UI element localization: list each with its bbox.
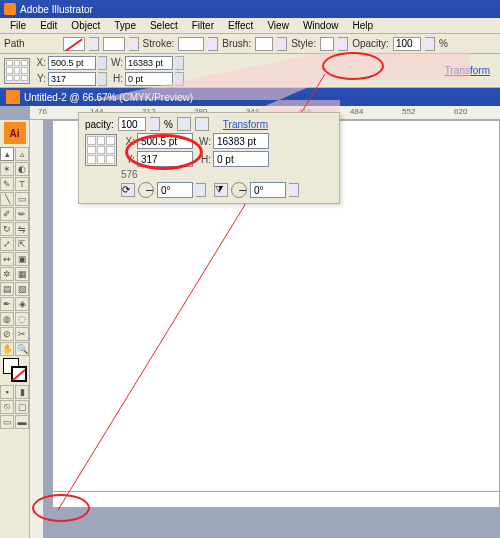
- rotate-dial[interactable]: [138, 182, 154, 198]
- symbol-sprayer-tool[interactable]: ✲: [0, 267, 14, 281]
- opacity-dd[interactable]: [425, 37, 435, 51]
- horizontal-guide[interactable]: [53, 491, 499, 492]
- y-label: Y:: [34, 73, 46, 84]
- zoom-w-field[interactable]: [213, 133, 269, 149]
- zoom-tiny-1[interactable]: [177, 117, 191, 131]
- rotate-tool[interactable]: ↻: [0, 222, 14, 236]
- stroke-swatch[interactable]: [103, 37, 125, 51]
- rotate-field[interactable]: [157, 182, 193, 198]
- y-field[interactable]: [48, 72, 96, 86]
- screen-normal[interactable]: ▭: [0, 415, 14, 429]
- pen-tool[interactable]: ✎: [0, 177, 14, 191]
- x-field[interactable]: [48, 56, 96, 70]
- selection-tool[interactable]: ▴: [0, 147, 14, 161]
- live-paint-tool[interactable]: ◍: [0, 312, 14, 326]
- title-bar: Adobe Illustrator: [0, 0, 500, 18]
- scale-tool[interactable]: ⤢: [0, 237, 14, 251]
- menu-select[interactable]: Select: [144, 19, 184, 32]
- style-label: Style:: [291, 38, 316, 49]
- menu-window[interactable]: Window: [297, 19, 345, 32]
- zoom-callout-panel: pacity: 100 % Transform X: Y: W: H: 576 …: [78, 112, 340, 204]
- menu-help[interactable]: Help: [346, 19, 379, 32]
- transform-bar: X: Y: W: H: Transform: [0, 54, 500, 88]
- rotate-dd[interactable]: [196, 183, 206, 197]
- w-spin[interactable]: [175, 56, 184, 70]
- mesh-tool[interactable]: ▤: [0, 282, 14, 296]
- type-tool[interactable]: T: [15, 177, 29, 191]
- y-spin[interactable]: [98, 72, 107, 86]
- h-label: H:: [111, 73, 123, 84]
- line-tool[interactable]: ╲: [0, 192, 14, 206]
- paintbrush-tool[interactable]: ✐: [0, 207, 14, 221]
- x-label: X:: [34, 57, 46, 68]
- warp-tool[interactable]: ↭: [0, 252, 14, 266]
- pencil-tool[interactable]: ✏: [15, 207, 29, 221]
- screen-full[interactable]: ▬: [15, 415, 29, 429]
- stroke-weight[interactable]: [178, 37, 204, 51]
- x-spin[interactable]: [98, 56, 107, 70]
- live-paint-select-tool[interactable]: ◌: [15, 312, 29, 326]
- options-bar: Path Stroke: Brush: Style: Opacity: 100 …: [0, 34, 500, 54]
- shear-dd[interactable]: [289, 183, 299, 197]
- color-mode[interactable]: ▪: [0, 385, 14, 399]
- zoom-x-label: X:: [123, 136, 135, 147]
- style-field[interactable]: [320, 37, 334, 51]
- opacity-field[interactable]: 100: [393, 37, 421, 51]
- zoom-h-field[interactable]: [213, 151, 269, 167]
- w-field[interactable]: [125, 56, 173, 70]
- zoom-y-field[interactable]: [137, 151, 193, 167]
- zoom-reference-point[interactable]: [85, 134, 117, 166]
- brush-dd[interactable]: [277, 37, 287, 51]
- fill-stroke-icon[interactable]: [3, 358, 27, 382]
- zoom-tiny-2[interactable]: [195, 117, 209, 131]
- slice-tool[interactable]: ⊘: [0, 327, 14, 341]
- shear-dial[interactable]: [231, 182, 247, 198]
- free-transform-tool[interactable]: ▣: [15, 252, 29, 266]
- toolbox: Ai ▴▵ ✶◐ ✎T ╲▭ ✐✏ ↻⇋ ⤢⇱ ↭▣ ✲▦ ▤▧ ✒◈ ◍◌ ⊘…: [0, 120, 30, 538]
- stroke-weight-dd[interactable]: [208, 37, 218, 51]
- menu-file[interactable]: File: [4, 19, 32, 32]
- direct-selection-tool[interactable]: ▵: [15, 147, 29, 161]
- shear-field[interactable]: [250, 182, 286, 198]
- reflect-tool[interactable]: ⇋: [15, 222, 29, 236]
- zoom-opacity-field[interactable]: 100: [118, 117, 146, 131]
- gradient-tool[interactable]: ▧: [15, 282, 29, 296]
- selection-type: Path: [4, 38, 25, 49]
- zoom-h-label: H:: [199, 154, 211, 165]
- magic-wand-tool[interactable]: ✶: [0, 162, 14, 176]
- gradient-mode[interactable]: ▮: [15, 385, 29, 399]
- rectangle-tool[interactable]: ▭: [15, 192, 29, 206]
- zoom-tool[interactable]: 🔍: [15, 342, 29, 356]
- transform-link[interactable]: Transform: [445, 65, 490, 76]
- zoom-y-label: Y:: [123, 154, 135, 165]
- lasso-tool[interactable]: ◐: [15, 162, 29, 176]
- menu-effect[interactable]: Effect: [222, 19, 259, 32]
- reference-point[interactable]: [4, 58, 30, 84]
- brush-field[interactable]: [255, 37, 273, 51]
- shear-tool[interactable]: ⇱: [15, 237, 29, 251]
- hand-tool[interactable]: ✋: [0, 342, 14, 356]
- eyedropper-tool[interactable]: ✒: [0, 297, 14, 311]
- h-spin[interactable]: [175, 72, 184, 86]
- vertical-ruler[interactable]: [30, 120, 44, 538]
- zoom-opacity-dd[interactable]: [150, 117, 160, 131]
- none-mode[interactable]: ⦸: [0, 400, 14, 414]
- zoom-x-field[interactable]: [137, 133, 193, 149]
- fill-swatch[interactable]: [63, 37, 85, 51]
- stroke-dd[interactable]: [129, 37, 139, 51]
- menu-view[interactable]: View: [261, 19, 295, 32]
- menu-object[interactable]: Object: [65, 19, 106, 32]
- h-field[interactable]: [125, 72, 173, 86]
- screen-mode[interactable]: ▢: [15, 400, 29, 414]
- scissors-tool[interactable]: ✂: [15, 327, 29, 341]
- zoom-transform-link[interactable]: Transform: [223, 119, 268, 130]
- app-icon: [4, 3, 16, 15]
- style-dd[interactable]: [338, 37, 348, 51]
- graph-tool[interactable]: ▦: [15, 267, 29, 281]
- blend-tool[interactable]: ◈: [15, 297, 29, 311]
- menu-edit[interactable]: Edit: [34, 19, 63, 32]
- menu-filter[interactable]: Filter: [186, 19, 220, 32]
- rotate-icon: ⟳: [121, 183, 135, 197]
- fill-dd[interactable]: [89, 37, 99, 51]
- menu-type[interactable]: Type: [108, 19, 142, 32]
